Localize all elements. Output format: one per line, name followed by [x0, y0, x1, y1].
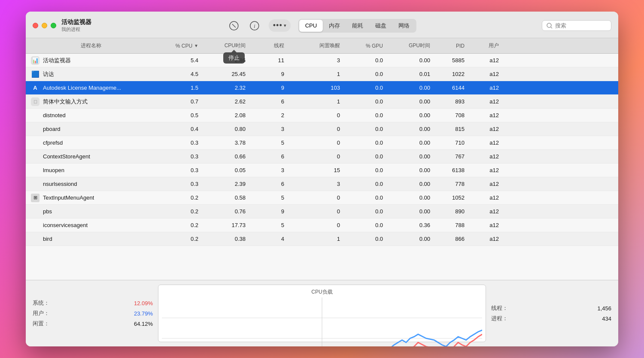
title-block: 活动监视器 我的进程: [61, 18, 91, 33]
col-header-gpu[interactable]: % GPU: [340, 43, 383, 49]
process-label: 进程：: [491, 315, 508, 322]
col-header-idle[interactable]: 闲置唤醒: [284, 42, 340, 49]
row-thread: 5: [246, 222, 284, 228]
col-header-cputime[interactable]: CPU时间: [198, 42, 246, 49]
row-thread: 5: [246, 194, 284, 201]
row-pid: 1022: [430, 71, 465, 77]
row-gpu: 0.0: [340, 153, 383, 160]
table-row[interactable]: lmuopen 0.3 0.05 3 15 0.0 0.00 6138 a12: [26, 164, 618, 177]
row-name-cell: A Autodesk License Manageme...: [31, 84, 151, 92]
search-input[interactable]: [555, 22, 607, 29]
stop-button[interactable]: [228, 19, 240, 32]
user-stat-row: 用户： 23.79%: [33, 309, 153, 317]
row-idle: 0: [284, 112, 340, 118]
tab-disk[interactable]: 磁盘: [369, 20, 392, 32]
row-gpu: 0.0: [340, 85, 383, 91]
col-header-cpu[interactable]: % CPU ▼: [151, 43, 198, 49]
table-row[interactable]: cfprefsd 0.3 3.78 5 0 0.0 0.00 710 a12: [26, 136, 618, 150]
table-row[interactable]: A Autodesk License Manageme... 1.5 2.32 …: [26, 81, 618, 95]
table-header: 进程名称 % CPU ▼ CPU时间 线程 闲置唤醒 % GPU GPU时间 P…: [26, 38, 618, 54]
row-app-icon: [31, 125, 39, 133]
row-pid: 6144: [430, 85, 465, 91]
row-user: a12: [465, 140, 499, 146]
col-header-name[interactable]: 进程名称: [31, 42, 151, 49]
titlebar: 活动监视器 我的进程 i ••• ▾ CPU: [26, 12, 618, 38]
row-name-cell: 🟦 访达: [31, 70, 151, 79]
row-cputime: 25.45: [198, 71, 246, 77]
table-row[interactable]: ContextStoreAgent 0.3 0.66 6 0 0.0 0.00 …: [26, 150, 618, 164]
svg-text:i: i: [254, 23, 255, 29]
row-gpu: 0.0: [340, 194, 383, 201]
table-row[interactable]: nsurlsessiond 0.3 2.39 6 3 0.0 0.00 778 …: [26, 177, 618, 191]
row-thread: 9: [246, 208, 284, 215]
table-row[interactable]: ⊞ TextInputMenuAgent 0.2 0.58 5 0 0.0 0.…: [26, 191, 618, 205]
info-button[interactable]: i: [248, 19, 261, 32]
row-process-name: 访达: [43, 70, 54, 78]
row-name-cell: ◻ 简体中文输入方式: [31, 97, 151, 106]
row-user: a12: [465, 153, 499, 160]
row-gpu: 0.0: [340, 71, 383, 77]
row-app-icon: 📊: [31, 56, 39, 65]
maximize-button[interactable]: [51, 23, 56, 28]
tab-energy[interactable]: 能耗: [346, 20, 369, 32]
row-idle: 1: [284, 98, 340, 105]
col-header-user[interactable]: 用户: [465, 42, 499, 49]
row-gpu: 0.0: [340, 140, 383, 146]
row-gputime: 0.00: [383, 208, 430, 215]
row-user: a12: [465, 71, 499, 77]
system-label: 系统：: [33, 299, 49, 307]
row-name-cell: ContextStoreAgent: [31, 152, 151, 161]
tab-network[interactable]: 网络: [392, 20, 416, 32]
tab-cpu[interactable]: CPU: [299, 20, 323, 32]
row-idle: 15: [284, 167, 340, 173]
row-app-icon: [31, 221, 39, 230]
svg-point-4: [547, 23, 551, 27]
table-row[interactable]: 📊 活动监视器 5.4 2.86 11 3 0.0 0.00 5885 a12: [26, 54, 618, 67]
col-header-pid[interactable]: PID: [430, 43, 465, 49]
row-process-name: nsurlsessiond: [43, 181, 77, 187]
table-row[interactable]: pbs 0.2 0.76 9 0 0.0 0.00 890 a12: [26, 205, 618, 218]
window-subtitle: 我的进程: [61, 26, 91, 33]
status-bar: 系统： 12.09% 用户： 23.79% 闲置： 64.12% CPU负载: [26, 280, 618, 346]
system-stat-row: 系统： 12.09%: [33, 299, 153, 307]
search-box[interactable]: [542, 20, 611, 31]
row-cputime: 0.58: [198, 194, 246, 201]
row-process-name: 活动监视器: [43, 57, 71, 64]
row-gputime: 0.01: [383, 71, 430, 77]
table-row[interactable]: bird 0.2 0.38 4 1 0.0 0.00 866 a12: [26, 232, 618, 246]
table-row[interactable]: pboard 0.4 0.80 3 0 0.0 0.00 815 a12: [26, 122, 618, 136]
row-name-cell: distnoted: [31, 111, 151, 120]
row-cpu: 0.4: [151, 126, 198, 132]
row-app-icon: [31, 152, 39, 161]
table-row[interactable]: ◻ 简体中文输入方式 0.7 2.62 6 1 0.0 0.00 893 a12: [26, 95, 618, 109]
row-gpu: 0.0: [340, 126, 383, 132]
row-gputime: 0.00: [383, 57, 430, 64]
row-process-name: iconservicesagent: [43, 222, 88, 228]
tab-memory[interactable]: 内存: [323, 20, 346, 32]
row-idle: 3: [284, 57, 340, 64]
row-thread: 6: [246, 153, 284, 160]
row-process-name: Autodesk License Manageme...: [43, 85, 121, 91]
row-gputime: 0.00: [383, 85, 430, 91]
table-row[interactable]: distnoted 0.5 2.08 2 0 0.0 0.00 708 a12: [26, 109, 618, 122]
col-header-thread[interactable]: 线程: [246, 42, 284, 49]
row-pid: 815: [430, 126, 465, 132]
row-gputime: 0.00: [383, 126, 430, 132]
idle-stat-row: 闲置： 64.12%: [33, 320, 153, 328]
close-button[interactable]: [33, 23, 38, 28]
row-pid: 866: [430, 236, 465, 242]
col-header-gputime[interactable]: GPU时间: [383, 42, 430, 49]
thread-stat-row: 线程： 1,456: [491, 304, 611, 312]
table-row[interactable]: iconservicesagent 0.2 17.73 5 0 0.0 0.36…: [26, 218, 618, 232]
minimize-button[interactable]: [42, 23, 47, 28]
row-cputime: 0.66: [198, 153, 246, 160]
row-user: a12: [465, 112, 499, 118]
table-body: 📊 活动监视器 5.4 2.86 11 3 0.0 0.00 5885 a12 …: [26, 54, 618, 280]
table-row[interactable]: 🟦 访达 4.5 25.45 9 1 0.0 0.01 1022 a12: [26, 67, 618, 81]
row-thread: 3: [246, 167, 284, 173]
row-app-icon: ◻: [31, 97, 39, 106]
more-button[interactable]: ••• ▾: [269, 19, 291, 32]
row-gpu: 0.0: [340, 112, 383, 118]
row-pid: 6138: [430, 167, 465, 173]
row-name-cell: pbs: [31, 207, 151, 216]
